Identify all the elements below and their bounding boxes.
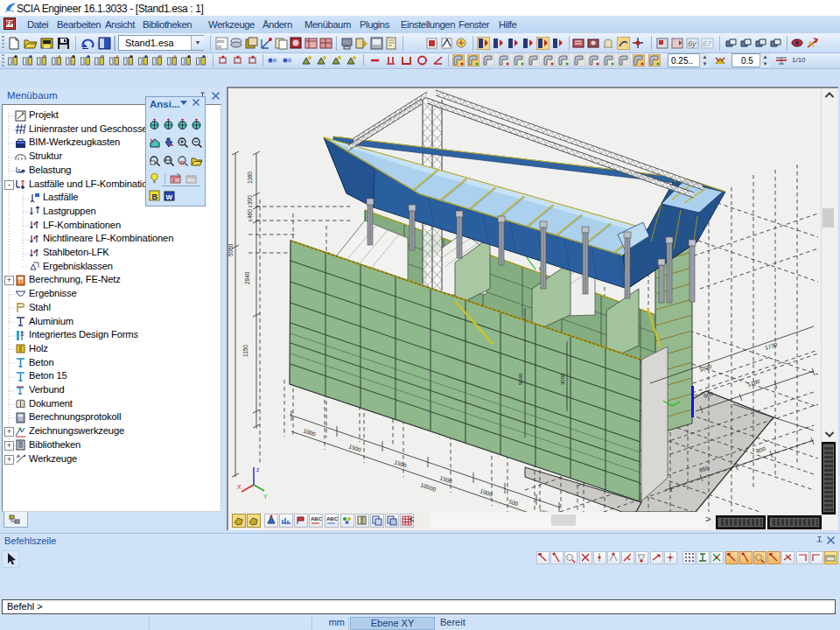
svg-text:ABC: ABC bbox=[311, 516, 323, 522]
svg-text:ABC: ABC bbox=[326, 516, 339, 522]
svg-text:z: z bbox=[256, 466, 260, 472]
svg-text:3000: 3000 bbox=[560, 373, 565, 385]
svg-text:m: m bbox=[217, 44, 221, 49]
svg-text:1150: 1150 bbox=[242, 345, 248, 357]
svg-text:1160: 1160 bbox=[247, 172, 253, 184]
svg-text:R: R bbox=[180, 160, 185, 166]
svg-text:X: X bbox=[237, 484, 242, 490]
svg-text:W: W bbox=[166, 193, 173, 201]
svg-text:300: 300 bbox=[247, 195, 253, 205]
svg-text:5060: 5060 bbox=[518, 373, 523, 385]
svg-text:5060: 5060 bbox=[228, 243, 234, 256]
svg-text:67: 67 bbox=[703, 39, 712, 48]
svg-text:6y: 6y bbox=[688, 39, 696, 48]
svg-text:B: B bbox=[152, 192, 158, 201]
svg-text:2940: 2940 bbox=[244, 271, 250, 284]
svg-text:Y: Y bbox=[263, 494, 268, 500]
svg-text:460: 460 bbox=[247, 209, 253, 219]
